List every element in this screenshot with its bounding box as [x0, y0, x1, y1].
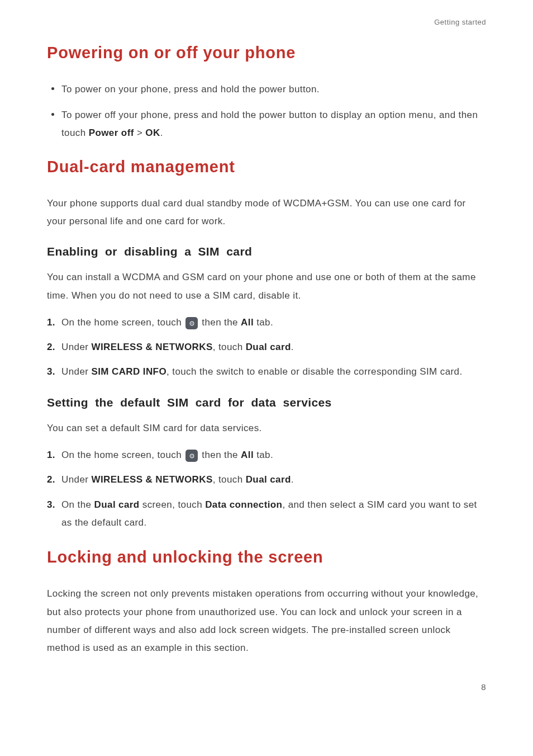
paragraph: Your phone supports dual card dual stand…	[47, 195, 486, 231]
text: tab.	[254, 450, 273, 460]
text: , touch the switch to enable or disable …	[166, 366, 463, 377]
text: .	[291, 474, 294, 485]
text: .	[160, 127, 163, 138]
label-power-off: Power off	[89, 127, 134, 138]
text: then the	[202, 317, 241, 328]
label-all-tab: All	[241, 317, 254, 328]
text: then the	[202, 450, 241, 460]
settings-icon	[185, 317, 198, 329]
svg-point-3	[191, 455, 192, 456]
text: Under	[61, 474, 91, 485]
subheading-enabling-sim: Enabling or disabling a SIM card	[47, 240, 486, 263]
text: On the home screen, touch	[61, 317, 184, 328]
subheading-default-sim: Setting the default SIM card for data se…	[47, 391, 486, 414]
label-dual-card: Dual card	[246, 474, 291, 485]
text: .	[291, 342, 294, 352]
step-item: On the home screen, touch then the All t…	[47, 446, 486, 464]
settings-icon	[185, 450, 198, 462]
chapter-header: Getting started	[47, 16, 486, 30]
step-item: Under WIRELESS & NETWORKS, touch Dual ca…	[47, 338, 486, 356]
text: Under	[61, 366, 91, 377]
steps-enable-sim: On the home screen, touch then the All t…	[47, 314, 486, 381]
text: Under	[61, 342, 91, 352]
heading-powering: Powering on or off your phone	[47, 37, 486, 68]
power-bullet-list: To power on your phone, press and hold t…	[47, 81, 486, 143]
label-ok: OK	[145, 127, 160, 138]
label-wireless-networks: WIRELESS & NETWORKS	[91, 474, 212, 485]
paragraph: You can set a default SIM card for data …	[47, 419, 486, 437]
text: , touch	[213, 474, 246, 485]
text: On the home screen, touch	[61, 450, 184, 460]
svg-point-1	[191, 323, 192, 324]
paragraph: Locking the screen not only prevents mis…	[47, 585, 486, 657]
step-item: On the Dual card screen, touch Data conn…	[47, 496, 486, 532]
text: , touch	[213, 342, 246, 352]
text: On the	[61, 499, 94, 510]
text: To power on your phone, press and hold t…	[61, 84, 320, 94]
heading-locking: Locking and unlocking the screen	[47, 542, 486, 573]
step-item: On the home screen, touch then the All t…	[47, 314, 486, 332]
label-dual-card: Dual card	[94, 499, 140, 510]
steps-default-sim: On the home screen, touch then the All t…	[47, 446, 486, 532]
text: tab.	[254, 317, 273, 328]
text: screen, touch	[140, 499, 206, 510]
paragraph: You can install a WCDMA and GSM card on …	[47, 268, 486, 305]
label-wireless-networks: WIRELESS & NETWORKS	[91, 342, 212, 352]
text: >	[134, 127, 146, 138]
label-sim-card-info: SIM CARD INFO	[91, 366, 166, 377]
list-item: To power on your phone, press and hold t…	[61, 81, 486, 98]
step-item: Under WIRELESS & NETWORKS, touch Dual ca…	[47, 471, 486, 489]
step-item: Under SIM CARD INFO, touch the switch to…	[47, 363, 486, 381]
label-dual-card: Dual card	[246, 342, 291, 352]
heading-dual-card: Dual-card management	[47, 152, 486, 182]
page-number: 8	[47, 679, 486, 696]
label-data-connection: Data connection	[205, 499, 282, 510]
list-item: To power off your phone, press and hold …	[61, 106, 486, 143]
label-all-tab: All	[241, 450, 254, 460]
